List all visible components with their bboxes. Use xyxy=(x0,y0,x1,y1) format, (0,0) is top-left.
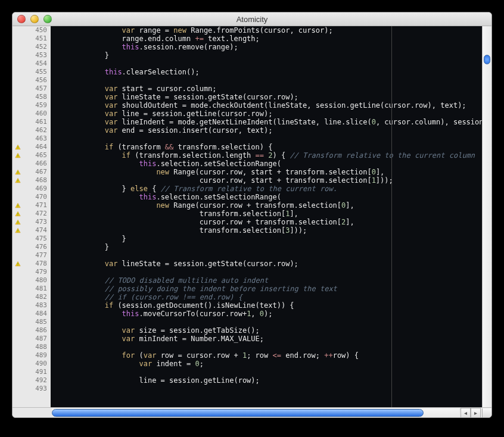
code-line[interactable]: new Range(cursor.row, start + transform.… xyxy=(53,168,491,176)
line-number: 476 xyxy=(14,243,47,251)
code-line[interactable] xyxy=(53,318,491,326)
vertical-scroll-thumb[interactable] xyxy=(484,55,490,64)
svg-rect-20 xyxy=(17,223,18,224)
line-number: 463 xyxy=(14,135,47,143)
code-line[interactable]: line = session.getLine(row); xyxy=(53,376,491,385)
code-line[interactable]: var range = new Range.fromPoints(cursor,… xyxy=(53,26,491,35)
line-number: 465 xyxy=(14,151,47,160)
code-line[interactable]: if (transform && transform.selection) { xyxy=(53,143,491,151)
line-number: 453 xyxy=(14,51,47,60)
line-number: 488 xyxy=(14,343,47,351)
code-line[interactable]: // possibly doing the indent before inse… xyxy=(53,285,491,293)
code-line[interactable] xyxy=(53,343,491,351)
code-line[interactable] xyxy=(53,135,491,143)
code-line[interactable]: } else { // Transform relative to the cu… xyxy=(53,185,491,193)
svg-rect-26 xyxy=(17,265,18,266)
line-number: 462 xyxy=(14,126,47,135)
code-line[interactable]: cursor.row + transform.selection[2], xyxy=(53,218,491,226)
line-number: 482 xyxy=(14,293,47,301)
svg-rect-10 xyxy=(17,179,18,181)
line-number: 451 xyxy=(14,35,47,43)
code-line[interactable]: } xyxy=(53,243,491,251)
code-line[interactable]: var line = session.getLine(cursor.row); xyxy=(53,110,491,118)
line-number: 473 xyxy=(14,218,47,226)
code-area[interactable]: var range = new Range.fromPoints(cursor,… xyxy=(51,26,491,407)
code-line[interactable] xyxy=(53,60,491,68)
code-editor[interactable]: 4504514524534544554564574584594604614624… xyxy=(13,26,491,407)
code-line[interactable]: if (session.getDocument().isNewLine(text… xyxy=(53,301,491,310)
code-line[interactable]: var lineState = session.getState(cursor.… xyxy=(53,260,491,268)
code-line[interactable]: cursor.row, start + transform.selection[… xyxy=(53,176,491,185)
code-line[interactable]: if (transform.selection.length == 2) { /… xyxy=(53,151,491,160)
line-number: 458 xyxy=(14,93,47,101)
line-number: 471 xyxy=(14,201,47,210)
line-number: 474 xyxy=(14,226,47,235)
code-line[interactable]: transform.selection[3])); xyxy=(53,226,491,235)
code-line[interactable]: var end = session.insert(cursor, text); xyxy=(53,126,491,135)
code-line[interactable]: this.moveCursorTo(cursor.row+1, 0); xyxy=(53,310,491,318)
line-number: 477 xyxy=(14,251,47,260)
svg-rect-8 xyxy=(17,173,18,174)
code-line[interactable]: var lineState = session.getState(cursor.… xyxy=(53,93,491,101)
close-icon[interactable] xyxy=(17,15,26,23)
line-gutter: 4504514524534544554564574584594604614624… xyxy=(13,26,51,407)
code-line[interactable]: var shouldOutdent = mode.checkOutdent(li… xyxy=(53,101,491,110)
warning-icon xyxy=(15,211,21,217)
horizontal-scrollbar[interactable] xyxy=(52,408,459,417)
line-number: 457 xyxy=(14,85,47,93)
line-number: 472 xyxy=(14,210,47,218)
line-number: 479 xyxy=(14,268,47,276)
code-line[interactable]: var start = cursor.column; xyxy=(53,85,491,93)
code-line[interactable]: // TODO disabled multiline auto indent xyxy=(53,276,491,285)
titlebar[interactable]: Atomicity xyxy=(13,13,491,26)
code-line[interactable]: new Range(cursor.row + transform.selecti… xyxy=(53,201,491,210)
code-line[interactable]: transform.selection[1], xyxy=(53,210,491,218)
code-line[interactable]: this.selection.setSelectionRange( xyxy=(53,193,491,201)
code-line[interactable] xyxy=(53,76,491,85)
zoom-icon[interactable] xyxy=(43,15,52,23)
svg-rect-11 xyxy=(17,182,18,182)
line-number: 470 xyxy=(14,193,47,201)
code-line[interactable]: var lineIndent = mode.getNextLineIndent(… xyxy=(53,118,491,126)
line-number: 480 xyxy=(14,276,47,285)
code-line[interactable]: var indent = 0; xyxy=(53,360,491,368)
line-number: 468 xyxy=(14,176,47,185)
code-line[interactable]: } xyxy=(53,51,491,60)
minimize-icon[interactable] xyxy=(30,15,39,23)
vertical-scrollbar[interactable] xyxy=(482,26,491,407)
code-line[interactable] xyxy=(53,268,491,276)
svg-rect-2 xyxy=(17,148,18,149)
code-line[interactable] xyxy=(53,385,491,393)
code-line[interactable]: var minIndent = Number.MAX_VALUE; xyxy=(53,335,491,343)
code-line[interactable]: range.end.column += text.length; xyxy=(53,35,491,43)
resize-corner[interactable] xyxy=(482,408,491,417)
scroll-right-icon[interactable]: ▸ xyxy=(471,408,481,418)
line-number: 464 xyxy=(14,143,47,151)
code-line[interactable]: this.selection.setSelectionRange( xyxy=(53,160,491,168)
svg-rect-14 xyxy=(17,207,18,207)
code-line[interactable] xyxy=(53,368,491,376)
line-number: 460 xyxy=(14,110,47,118)
code-line[interactable]: this.clearSelection(); xyxy=(53,68,491,76)
line-number: 454 xyxy=(14,60,47,68)
scroll-arrows: ◂ ▸ xyxy=(461,408,482,418)
svg-rect-25 xyxy=(17,263,18,264)
scroll-left-icon[interactable]: ◂ xyxy=(461,408,471,418)
warning-icon xyxy=(15,202,21,208)
print-margin xyxy=(391,26,392,407)
horizontal-scroll-thumb[interactable] xyxy=(52,409,424,417)
line-number: 485 xyxy=(14,318,47,326)
line-number: 467 xyxy=(14,168,47,176)
code-line[interactable]: // if (cursor.row !== end.row) { xyxy=(53,293,491,301)
line-number: 483 xyxy=(14,301,47,310)
code-line[interactable] xyxy=(53,251,491,260)
traffic-lights xyxy=(13,15,52,23)
code-line[interactable]: this.session.remove(range); xyxy=(53,43,491,51)
line-number: 478 xyxy=(14,260,47,268)
code-line[interactable]: for (var row = cursor.row + 1; row <= en… xyxy=(53,351,491,360)
line-number: 450 xyxy=(14,26,47,35)
svg-rect-1 xyxy=(17,146,18,148)
code-line[interactable]: } xyxy=(53,235,491,243)
svg-rect-22 xyxy=(17,229,18,231)
code-line[interactable]: var size = session.getTabSize(); xyxy=(53,326,491,335)
